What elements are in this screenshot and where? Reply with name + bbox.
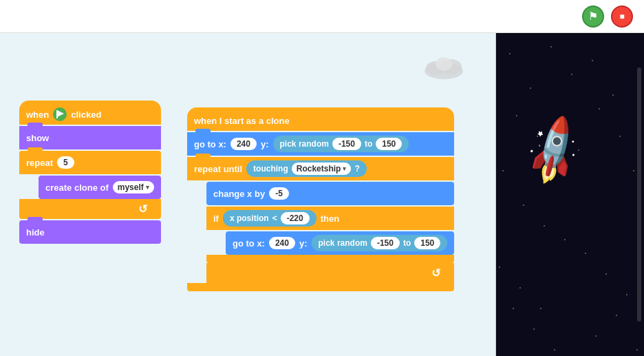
rocket-sprite: 🚀 <box>513 112 593 191</box>
touching-condition: touching Rocketship ▾ ? <box>246 160 367 177</box>
clicked-label: clicked <box>71 109 101 120</box>
repeat-label: repeat <box>26 158 53 168</box>
less-than-label: < <box>272 213 277 223</box>
stop-button[interactable] <box>611 6 633 28</box>
hide-block[interactable]: hide <box>19 220 161 244</box>
repeat-bottom: ↺ <box>19 199 161 219</box>
then-label: then <box>321 213 339 224</box>
blocks-canvas: when clicked show repeat 5 <box>0 33 495 356</box>
repeat-block[interactable]: repeat 5 create clone of myself ▾ <box>19 151 161 219</box>
repeat-value: 5 <box>57 156 74 169</box>
create-clone-label: create clone of <box>45 182 109 193</box>
pick2-random-block[interactable]: pick random -150 to 150 <box>312 235 448 251</box>
if-arrow-icon: ↺ <box>431 266 440 280</box>
svg-point-5 <box>436 57 452 71</box>
flag-icon <box>53 107 67 121</box>
create-clone-block[interactable]: create clone of myself ▾ <box>39 176 161 199</box>
repeat-until-top: repeat until touching Rocketship ▾ ? <box>187 157 454 180</box>
question-mark: ? <box>354 164 359 174</box>
x-position-label: x position <box>230 213 269 223</box>
pick2-to: 150 <box>414 237 440 249</box>
touching-target: Rocketship <box>297 164 341 174</box>
cloud-sprite <box>422 50 466 83</box>
touching-target-dropdown[interactable]: Rocketship ▾ <box>292 163 352 175</box>
clone-target-value: myself <box>118 182 144 192</box>
touching-dropdown-arrow-icon: ▾ <box>343 165 346 172</box>
change-x-block[interactable]: change x by -5 <box>206 182 454 205</box>
repeat-body: create clone of myself ▾ <box>39 174 161 199</box>
if-cap <box>206 255 454 263</box>
hide-label: hide <box>26 227 45 238</box>
compare-value: -220 <box>281 212 310 224</box>
svg-rect-1 <box>56 110 58 118</box>
clone-target-dropdown[interactable]: myself ▾ <box>113 181 154 193</box>
goto-block[interactable]: go to x: 240 y: pick random -150 to 150 <box>187 132 454 156</box>
repeat-top: repeat 5 <box>19 151 161 174</box>
goto-label: go to x: <box>194 139 226 149</box>
condition-block: x position < -220 <box>223 210 316 227</box>
if-body: go to x: 240 y: pick random -150 to 150 <box>226 230 454 255</box>
repeat-until-block[interactable]: repeat until touching Rocketship ▾ ? <box>187 157 454 291</box>
repeat-until-cap <box>187 283 454 291</box>
stage: 🚀 <box>495 33 644 356</box>
green-flag-button[interactable] <box>582 6 604 28</box>
goto2-x-value: 240 <box>269 237 295 249</box>
main-area: when clicked show repeat 5 <box>0 33 644 356</box>
show-block[interactable]: show <box>19 126 161 149</box>
touching-label: touching <box>253 164 288 174</box>
when-clone-block[interactable]: when I start as a clone <box>187 107 454 131</box>
pick2-from: -150 <box>371 237 400 249</box>
repeat-until-body: change x by -5 if x position < <box>206 180 454 283</box>
left-script-group: when clicked show repeat 5 <box>19 101 161 244</box>
if-block[interactable]: if x position < -220 then <box>206 207 454 283</box>
goto2-block[interactable]: go to x: 240 y: pick random -150 to 150 <box>226 231 454 255</box>
when-flag-clicked-block[interactable]: when clicked <box>19 101 161 125</box>
goto-x-value: 240 <box>230 138 257 150</box>
pick2-to-label: to <box>403 238 411 248</box>
pick-random-block[interactable]: pick random -150 to 150 <box>273 136 409 152</box>
goto2-label: go to x: <box>233 238 265 249</box>
show-label: show <box>26 133 49 143</box>
stage-scrollbar[interactable] <box>637 67 641 322</box>
goto2-y-label: y: <box>299 238 308 249</box>
goto-y-label: y: <box>261 139 269 149</box>
when-clone-label: when I start as a clone <box>194 116 290 126</box>
svg-marker-0 <box>57 110 64 117</box>
if-label: if <box>213 213 219 224</box>
repeat-arrow-icon: ↺ <box>138 202 147 216</box>
pick2-random-label: pick random <box>319 238 367 248</box>
if-bottom-arrow: ↺ <box>206 263 454 283</box>
change-x-label: change x by <box>213 189 265 199</box>
repeat-until-label: repeat until <box>194 164 242 174</box>
topbar <box>0 0 644 33</box>
pick-random-to: 150 <box>376 138 402 150</box>
pick-random-label: pick random <box>280 139 329 149</box>
right-script-group: when I start as a clone go to x: 240 y: … <box>187 107 454 291</box>
script-area[interactable]: when clicked show repeat 5 <box>0 33 495 356</box>
when-label: when <box>26 109 49 120</box>
pick-random-from: -150 <box>332 138 361 150</box>
dropdown-arrow-icon: ▾ <box>146 184 149 191</box>
change-x-value: -5 <box>269 187 289 200</box>
pick-random-to-label: to <box>365 139 372 149</box>
if-top: if x position < -220 then <box>206 207 454 230</box>
